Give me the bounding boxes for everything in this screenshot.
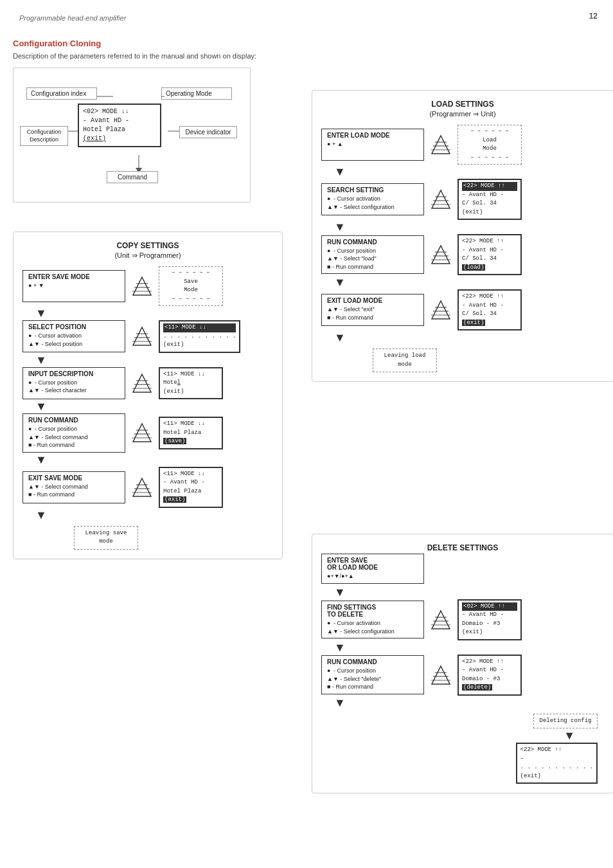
sp-line1: <11> MODE ↓↓ [163,323,236,332]
run-cmd-copy-screen: <11> MODE ↓↓ Hotel Plaza (save) [159,417,223,449]
step-exit-load: EXIT LOAD MODE ▲▼ - Select "exit" ■ - Ru… [321,289,604,330]
display-line2: - Avant HD - [83,116,156,125]
delete-settings-title: DELETE SETTINGS [321,543,604,552]
svg-marker-42 [432,611,450,629]
search-setting-title: SEARCH SETTING [327,186,418,194]
leaving-load-box: Leaving load mode [373,348,437,372]
arrow-l2: ▼ [321,221,604,233]
run-cmd-copy-body: ● - Cursor position ▲▼ - Select command … [28,425,120,449]
run-cmd-del-title: RUN COMMAND [327,658,418,665]
arrow-l3: ▼ [321,276,604,288]
device-icon-l2 [428,186,454,212]
fd-line1: <22> MODE ↑↑ [520,746,593,755]
device-icon-5 [129,475,155,500]
command-label: Command [107,171,158,183]
device-icon-l4 [428,297,454,323]
arrow-d4: ▼ [321,730,604,741]
ss-line3: C/ Sol. 34 [462,199,517,208]
run-cmd-del-screen: <22> MODE ↑↑ - Avant HD - Domaio - #3 (d… [458,655,522,696]
page-header: Programmable head-end amplifier [19,14,126,22]
svg-marker-14 [133,374,151,392]
fd-line4: (exit) [520,772,593,781]
id-line2: Hotel [163,379,218,388]
run-cmd-load-screen: <22> MODE ↑↑ - Avant HD - C/ Sol. 34 (lo… [458,234,522,275]
rcd-line2: - Avant HD - [462,666,517,675]
exit-load-title: EXIT LOAD MODE [327,297,418,304]
device-icon-3 [129,370,155,396]
input-desc-body: ● - Cursor position ▲▼ - Select characte… [28,379,120,395]
enter-save-body: ● + ▼ [28,282,120,290]
load-mode-screen: – – – – – –LoadMode– – – – – – [458,125,522,165]
enter-load-title: ENTER LOAD MODE [327,132,418,139]
save-mode-line2: Mode [184,287,198,293]
fd-line3: . . . . . . . . . . . [520,763,593,772]
step-run-command-load: RUN COMMAND ● - Cursor position ▲▼ - Sel… [321,234,604,275]
save-mode-screen: – – – – – –SaveMode– – – – – – [159,266,223,306]
ss-line4: (exit) [462,208,517,217]
rcl-line2: - Avant HD - [462,246,517,255]
device-ind-label: Device indicator [179,126,237,138]
page-number: 12 [589,12,598,21]
sp-line3: (exit) [163,341,236,350]
step-enter-load: ENTER LOAD MODE ● + ▲ – – – – – –LoadMod… [321,125,604,165]
device-icon-l1 [428,132,454,158]
step-input-desc: INPUT DESCRIPTION ● - Cursor position ▲▼… [22,367,273,400]
display-line1: <02> MODE ↓↓ [83,107,156,116]
leaving-save-box: Leaving save mode [74,526,138,550]
svg-marker-34 [432,246,450,264]
id-line3: (exit) [163,388,218,397]
id-line1: <11> MODE ↓↓ [163,370,218,379]
svg-marker-38 [432,301,450,319]
rcl-line4: (load) [462,264,517,273]
enter-sol-title: ENTER SAVEOR LOAD MODE [327,557,418,571]
save-mode-line1: Save [184,278,198,285]
input-desc-title: INPUT DESCRIPTION [28,370,120,377]
exit-save-screen: <11> MODE ↓↓ - Avant HD - Hotel Plaza (e… [159,467,223,508]
svg-marker-10 [133,327,151,345]
step-find-settings: FIND SETTINGSTO DELETE ● - Cursor activa… [321,599,604,640]
select-pos-screen: <11> MODE ↓↓ . . . . . . . . . . . (exit… [159,320,240,353]
es-line2: - Avant HD - [163,478,218,487]
arrow3: ▼ [22,401,273,412]
device-icon-l3 [428,242,454,267]
final-delete-screen: <22> MODE ↑↑ – . . . . . . . . . . . (ex… [516,743,598,784]
select-pos-body: ● - Cursor activation ▲▼ - Select positi… [28,332,120,348]
rcd-line4: (delete) [462,683,517,692]
enter-load-body: ● + ▲ [327,140,418,149]
el-line3: C/ Sol. 34 [462,310,517,319]
es-line3: Hotel Plaza [163,487,218,496]
search-setting-screen: <22> MODE ↑↑ - Avant HD - C/ Sol. 34 (ex… [458,179,522,220]
find-settings-screen: <02> MODE ↑↑ - Avant HD - Domaio - #3 (e… [458,599,522,640]
arrow4: ▼ [22,454,273,466]
fs-line1: <02> MODE ↑↑ [462,602,517,611]
leaving-load-container: Leaving load mode [321,345,604,372]
el-line4: (exit) [462,319,517,328]
run-cmd-load-body: ● - Cursor position ▲▼ - Select "load" ■… [327,247,418,271]
svg-marker-22 [133,478,151,496]
config-display: <02> MODE ↓↓ - Avant HD - Hotel Plaza (e… [78,104,161,147]
config-desc-label: ConfigurationDescription [20,126,68,146]
svg-marker-6 [133,277,151,295]
config-clone-description: Description of the parameters referred t… [13,52,600,60]
copy-settings-title: COPY SETTINGS [22,241,273,250]
final-screen-container: <22> MODE ↑↑ – . . . . . . . . . . . (ex… [321,743,604,784]
fd-line2: – [520,755,593,764]
rcl-line1: <22> MODE ↑↑ [462,237,517,246]
op-mode-label: Operating Mode [161,87,232,100]
step-search-setting: SEARCH SETTING ● - Cursor activation ▲▼ … [321,179,604,220]
arrow5: ▼ [22,509,273,521]
device-icon-1 [129,273,155,299]
device-icon-2 [129,323,155,349]
ss-line1: <22> MODE ↑↑ [462,182,517,191]
arrow-d1: ▼ [321,586,604,598]
device-icon-4 [129,420,155,446]
fs-line3: Domaio - #3 [462,620,517,629]
step-enter-save: ENTER SAVE MODE ● + ▼ – – – – – –SaveMod… [22,266,273,306]
copy-settings-section: COPY SETTINGS (Unit ⇒ Programmer) ENTER … [13,231,283,559]
svg-marker-46 [432,666,450,684]
exit-save-body: ▲▼ - Select command ■ - Run command [28,483,120,499]
arrow-d2: ▼ [321,642,604,653]
config-clone-title: Configuration Cloning [13,39,600,48]
es-line4: (exit) [163,496,218,505]
input-desc-screen: <11> MODE ↓↓ Hotel (exit) [159,367,223,400]
